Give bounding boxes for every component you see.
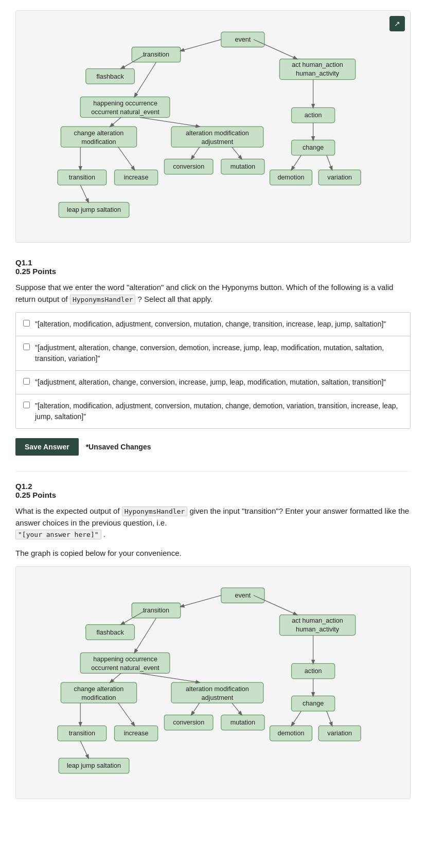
svg-text:happening occurrence: happening occurrence [93,656,157,663]
svg-text:conversion: conversion [173,163,204,170]
hyponyms-handler-ref-2: HyponymsHandler [122,507,187,516]
choice-item-1[interactable]: "[alteration, modification, adjustment, … [16,313,410,336]
svg-text:act human_action: act human_action [292,61,343,68]
choice-item-4[interactable]: "[alteration, modification, adjustment, … [16,394,410,428]
svg-text:flashback: flashback [96,73,124,80]
svg-line-43 [140,117,200,126]
svg-text:increase: increase [124,730,149,737]
choice-checkbox-1[interactable] [23,320,30,327]
expand-button-top[interactable]: ↗ [389,16,405,31]
svg-text:act human_action: act human_action [292,618,343,625]
question-2-id: Q1.2 [15,482,411,491]
graph-svg-top: event transition act human_action human_… [26,21,400,232]
svg-line-93 [110,674,121,683]
svg-text:change: change [303,144,324,151]
svg-line-37 [254,40,297,59]
svg-line-46 [191,147,200,159]
svg-text:demotion: demotion [278,174,305,181]
graph-svg-bottom: event transition act human_action human_… [26,577,400,788]
save-answer-button[interactable]: Save Answer [15,438,79,456]
choice-text-4: "[alteration, modification, adjustment, … [35,401,403,422]
svg-line-87 [181,595,221,607]
question-1-section: Q1.1 0.25 Points Suppose that we enter t… [15,258,411,456]
svg-line-98 [232,703,242,715]
svg-text:occurrent natural_event: occurrent natural_event [91,109,159,116]
svg-text:modification: modification [81,138,116,146]
svg-text:transition: transition [143,51,169,58]
svg-text:change: change [303,700,324,708]
svg-text:alteration modification: alteration modification [186,130,249,137]
svg-line-36 [181,40,221,51]
svg-text:human_activity: human_activity [296,626,340,634]
question-1-points: 0.25 Points [15,267,411,276]
svg-text:conversion: conversion [173,719,204,727]
svg-text:variation: variation [327,174,352,181]
convenience-text: The graph is copied below for your conve… [15,548,411,559]
hyponyms-handler-ref-1: HyponymsHandler [70,295,135,304]
choice-checkbox-2[interactable] [23,343,30,350]
svg-text:event: event [235,36,251,43]
svg-text:adjustment: adjustment [202,138,234,146]
svg-text:change alteration: change alteration [74,130,124,137]
svg-line-94 [140,674,200,683]
svg-line-88 [254,595,297,615]
svg-text:flashback: flashback [96,629,124,636]
svg-line-39 [134,62,156,97]
svg-text:transition: transition [69,174,95,181]
svg-line-90 [134,618,156,653]
svg-text:event: event [235,592,251,599]
choice-checkbox-3[interactable] [23,378,30,385]
svg-line-45 [118,147,135,170]
svg-text:occurrent natural_event: occurrent natural_event [91,664,159,672]
question-1-id: Q1.1 [15,258,411,267]
page-container: ↗ event transition act human_action huma… [0,0,426,825]
svg-text:transition: transition [69,730,95,737]
unsaved-changes-label: *Unsaved Changes [86,443,151,451]
svg-line-42 [110,117,121,126]
svg-text:change alteration: change alteration [74,685,124,693]
choice-text-1: "[alteration, modification, adjustment, … [35,319,386,330]
choice-item-3[interactable]: "[adjustment, alteration, change, conver… [16,371,410,394]
svg-line-99 [292,711,301,726]
choice-list: "[alteration, modification, adjustment, … [15,312,411,429]
svg-text:increase: increase [124,174,149,181]
svg-text:variation: variation [327,730,352,737]
svg-text:transition: transition [143,607,169,614]
choice-item-2[interactable]: "[adjustment, alteration, change, conver… [16,336,410,371]
question-2-header: Q1.2 0.25 Points [15,482,411,499]
svg-text:modification: modification [81,694,116,701]
question-2-section: Q1.2 0.25 Points What is the expected ou… [15,482,411,799]
svg-line-50 [80,185,88,203]
svg-line-48 [292,155,301,170]
svg-text:happening occurrence: happening occurrence [93,100,157,107]
question-2-text: What is the expected output of HyponymsH… [15,505,411,540]
svg-line-100 [327,711,332,726]
section-divider [15,471,411,472]
svg-text:human_activity: human_activity [296,70,340,77]
svg-text:action: action [305,668,322,675]
svg-text:demotion: demotion [278,730,305,737]
choice-text-2: "[adjustment, alteration, change, conver… [35,342,403,364]
question-1-text: Suppose that we enter the word "alterati… [15,282,411,305]
question-2-points: 0.25 Points [15,491,411,499]
svg-line-96 [118,703,135,726]
choice-text-3: "[adjustment, alteration, change, conver… [35,377,386,388]
choice-checkbox-4[interactable] [23,402,30,408]
svg-text:adjustment: adjustment [202,694,234,701]
svg-line-101 [80,741,88,758]
svg-text:leap jump saltation: leap jump saltation [67,763,121,770]
svg-text:mutation: mutation [230,719,255,727]
svg-text:leap jump saltation: leap jump saltation [67,206,121,213]
svg-text:mutation: mutation [230,163,255,170]
question-1-header: Q1.1 0.25 Points [15,258,411,276]
save-row: Save Answer *Unsaved Changes [15,438,411,456]
svg-line-47 [232,147,242,159]
svg-text:action: action [305,112,322,119]
graph-container-bottom: event transition act human_action human_… [15,566,411,799]
svg-line-49 [327,155,332,170]
svg-line-97 [191,703,200,715]
svg-text:alteration modification: alteration modification [186,685,249,693]
graph-container-top: ↗ event transition act human_action huma… [15,10,411,243]
answer-placeholder-code: "[your answer here]" [15,530,101,539]
